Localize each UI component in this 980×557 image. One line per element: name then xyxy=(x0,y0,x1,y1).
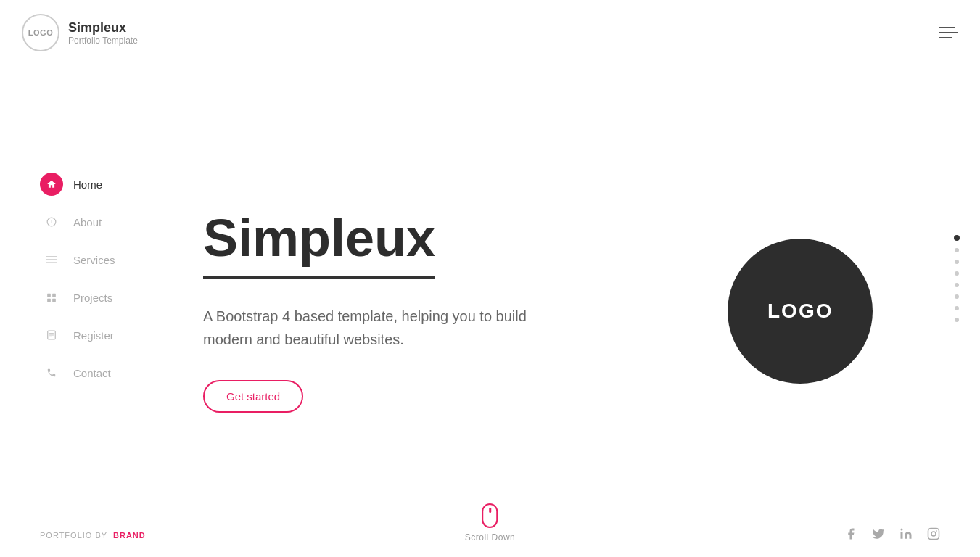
sidebar-item-home[interactable]: Home xyxy=(40,167,145,202)
sidebar-label-projects: Projects xyxy=(73,292,112,304)
facebook-icon[interactable] xyxy=(844,527,857,544)
svg-text:i: i xyxy=(51,219,52,224)
brand-subtitle: Portfolio Template xyxy=(68,36,138,46)
svg-point-16 xyxy=(936,530,937,532)
header-logo-icon: LOGO xyxy=(22,14,59,51)
nav-dot-1[interactable] xyxy=(954,235,960,241)
social-icons xyxy=(844,527,940,544)
home-icon xyxy=(40,173,63,196)
brand-text: Simpleux Portfolio Template xyxy=(68,20,138,46)
hero-content: Simpleux A Bootstrap 4 based template, h… xyxy=(145,166,621,455)
svg-rect-14 xyxy=(928,528,939,539)
footer: PORTFOLIO BY BRAND xyxy=(0,513,980,557)
hamburger-line-1 xyxy=(939,27,955,28)
nav-dot-8[interactable] xyxy=(955,318,959,322)
nav-dot-2[interactable] xyxy=(955,248,959,252)
right-nav-dots xyxy=(954,235,960,322)
svg-rect-6 xyxy=(52,294,56,297)
hero-logo-area: LOGO xyxy=(621,239,981,384)
logo-area: LOGO Simpleux Portfolio Template xyxy=(22,14,138,51)
hero-description: A Bootstrap 4 based template, helping yo… xyxy=(203,305,563,351)
hamburger-line-3 xyxy=(939,37,952,38)
svg-rect-2 xyxy=(46,256,57,257)
svg-rect-3 xyxy=(46,259,57,260)
header: LOGO Simpleux Portfolio Template xyxy=(0,0,980,65)
hamburger-line-2 xyxy=(939,32,958,33)
nav-dot-6[interactable] xyxy=(955,294,959,299)
services-icon xyxy=(40,248,63,271)
svg-point-13 xyxy=(901,528,903,530)
contact-icon xyxy=(40,361,63,384)
about-icon: i xyxy=(40,210,63,234)
instagram-icon[interactable] xyxy=(927,527,940,544)
twitter-icon[interactable] xyxy=(872,527,885,544)
main-content: Simpleux A Bootstrap 4 based template, h… xyxy=(145,0,980,557)
brand-name: Simpleux xyxy=(68,20,138,36)
hamburger-menu[interactable] xyxy=(939,27,958,38)
sidebar-item-projects[interactable]: Projects xyxy=(40,280,145,315)
nav-dot-4[interactable] xyxy=(955,271,959,276)
sidebar-label-contact: Contact xyxy=(73,367,111,379)
sidebar-label-about: About xyxy=(73,216,102,228)
sidebar-label-services: Services xyxy=(73,254,115,266)
get-started-button[interactable]: Get started xyxy=(203,380,303,413)
sidebar-item-about[interactable]: i About xyxy=(40,205,145,239)
sidebar-label-home: Home xyxy=(73,178,102,191)
nav-dot-7[interactable] xyxy=(955,306,959,310)
svg-rect-5 xyxy=(47,294,51,297)
svg-point-15 xyxy=(931,532,936,536)
projects-icon xyxy=(40,286,63,309)
svg-rect-4 xyxy=(46,263,57,263)
hero-logo: LOGO xyxy=(728,239,873,384)
nav-dot-5[interactable] xyxy=(955,283,959,287)
sidebar-item-contact[interactable]: Contact xyxy=(40,355,145,390)
svg-rect-7 xyxy=(47,299,51,302)
sidebar-item-register[interactable]: Register xyxy=(40,318,145,352)
sidebar-label-register: Register xyxy=(73,329,114,342)
register-icon xyxy=(40,323,63,347)
sidebar-item-services[interactable]: Services xyxy=(40,242,145,277)
mouse-wheel xyxy=(489,508,491,513)
nav-dot-3[interactable] xyxy=(955,260,959,264)
hero-title: Simpleux xyxy=(203,210,435,278)
sidebar: Home i About Services Projects Register … xyxy=(0,0,145,557)
svg-rect-8 xyxy=(52,299,56,302)
linkedin-icon[interactable] xyxy=(899,527,913,544)
